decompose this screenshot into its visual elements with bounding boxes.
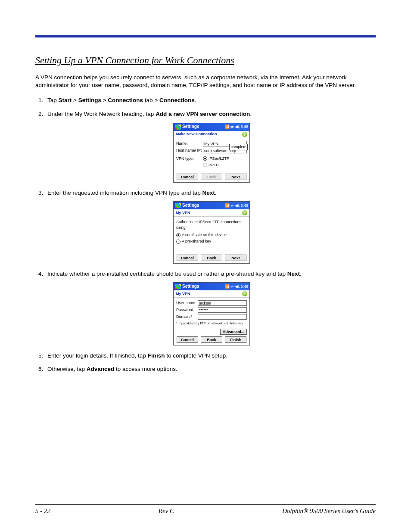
cancel-button[interactable]: Cancel [177, 174, 198, 180]
auth-text: Authenticate IPSec/L2TP connections usin… [176, 219, 247, 230]
cancel-button[interactable]: Cancel [177, 255, 198, 261]
step-list: Tap Start > Settings > Connections tab >… [35, 96, 376, 373]
network-icon: ⇄ [230, 203, 234, 208]
screenshot-3: Settings 📶 ⇄ ◀ξ 5:48 My VPN ? User name [173, 282, 250, 345]
next-button[interactable]: Next [225, 255, 246, 261]
page-footer: 5 - 22 Rev C Dolphin® 9500 Series User's… [35, 504, 376, 515]
top-rule [35, 35, 376, 37]
domain-label: Domain:* [176, 314, 198, 320]
titlebar: Settings 📶 ⇄ ◀ξ 5:48 [174, 202, 249, 209]
antenna-icon: 📶 [225, 284, 230, 289]
help-icon[interactable]: ? [242, 210, 247, 215]
titlebar: Settings 📶 ⇄ ◀ξ 5:48 [174, 123, 249, 131]
host-label: Host name/ IP: [176, 148, 203, 153]
preshared-key-input[interactable] [176, 246, 247, 251]
clock: 5:48 [240, 203, 248, 208]
next-button[interactable]: Next [225, 174, 246, 180]
step-6-bold: Advanced [87, 366, 115, 372]
speaker-icon: ◀ξ [235, 203, 240, 208]
clock: 5:48 [240, 124, 248, 130]
domain-note: * If provided by ISP or network administ… [176, 321, 247, 326]
screenshot-1: Settings 📶 ⇄ ◀ξ 5:48 Make New Connection… [173, 123, 250, 183]
back-button[interactable]: Back [201, 255, 222, 261]
radio-certificate[interactable]: A certificate on this device [176, 232, 247, 238]
clock: 5:48 [240, 284, 248, 289]
step-3: Enter the requested information includin… [45, 189, 376, 264]
radio-pptp[interactable]: PPTP [203, 162, 247, 168]
subtitle: Make New Connection [176, 131, 242, 137]
domain-input[interactable] [198, 314, 247, 320]
step-1-conn2: Connections [159, 97, 195, 103]
titlebar-text: Settings [182, 124, 199, 130]
antenna-icon: 📶 [225, 124, 230, 130]
subtitle: My VPN [176, 291, 242, 297]
status-icons: 📶 ⇄ ◀ξ 5:48 [225, 124, 248, 130]
windows-flag-icon [175, 203, 181, 208]
autocomplete-popup[interactable]: complete [229, 144, 248, 150]
network-icon: ⇄ [230, 124, 234, 130]
step-5-bold: Finish [148, 352, 165, 359]
advanced-button[interactable]: Advanced... [220, 329, 247, 335]
network-icon: ⇄ [230, 284, 234, 289]
step-4-bold: Next [287, 271, 300, 277]
status-icons: 📶 ⇄ ◀ξ 5:48 [225, 284, 248, 289]
screenshot-2: Settings 📶 ⇄ ◀ξ 5:48 My VPN ? Authentica… [173, 201, 250, 263]
radio-ipsec[interactable]: IPSec/L2TP [203, 156, 247, 162]
step-1: Tap Start > Settings > Connections tab >… [45, 96, 376, 105]
antenna-icon: 📶 [225, 203, 230, 208]
password-label: Password: [176, 307, 198, 313]
speaker-icon: ◀ξ [235, 284, 240, 289]
subtitle: My VPN [176, 210, 242, 216]
step-1-settings: Settings [78, 97, 101, 103]
name-label: Name: [176, 141, 203, 146]
cancel-button[interactable]: Cancel [177, 336, 198, 343]
sub-header: Make New Connection ? [174, 131, 249, 138]
finish-button[interactable]: Finish [225, 336, 246, 343]
radio-preshared[interactable]: A pre-shared key [176, 239, 247, 244]
windows-flag-icon [175, 284, 181, 289]
step-5: Enter your login details. If finished, t… [45, 352, 376, 360]
back-button[interactable]: Back [201, 336, 222, 343]
titlebar-text: Settings [182, 283, 199, 290]
revision: Rev C [159, 507, 174, 515]
sub-header: My VPN ? [174, 209, 249, 217]
step-2-bold: Add a new VPN server connection [156, 111, 250, 117]
step-6: Otherwise, tap Advanced to access more o… [45, 365, 376, 373]
guide-title: Dolphin® 9500 Series User's Guide [282, 507, 376, 515]
step-1-conn-tab: Connections [108, 97, 143, 103]
vpntype-label: VPN type: [176, 156, 203, 162]
step-2: Under the My Work Network heading, tap A… [45, 110, 376, 183]
sub-header: My VPN ? [174, 290, 249, 298]
username-input[interactable]: jacksm [198, 300, 247, 306]
password-input[interactable]: ****** [198, 307, 247, 313]
back-button: Back [201, 174, 222, 180]
step-1-text: Tap [47, 97, 59, 103]
help-icon[interactable]: ? [242, 291, 247, 296]
step-3-bold: Next [202, 190, 215, 196]
titlebar: Settings 📶 ⇄ ◀ξ 5:48 [174, 283, 249, 290]
help-icon[interactable]: ? [242, 132, 247, 137]
step-4: Indicate whether a pre-installed certifi… [45, 270, 376, 345]
username-label: User name: [176, 300, 198, 306]
intro-paragraph: A VPN connection helps you securely conn… [35, 74, 376, 89]
step-1-start: Start [59, 97, 72, 103]
section-heading: Setting Up a VPN Connection for Work Con… [35, 55, 376, 66]
status-icons: 📶 ⇄ ◀ξ 5:48 [225, 203, 248, 208]
speaker-icon: ◀ξ [235, 124, 240, 130]
windows-flag-icon [175, 124, 181, 130]
page-number: 5 - 22 [35, 507, 50, 515]
titlebar-text: Settings [182, 202, 199, 209]
